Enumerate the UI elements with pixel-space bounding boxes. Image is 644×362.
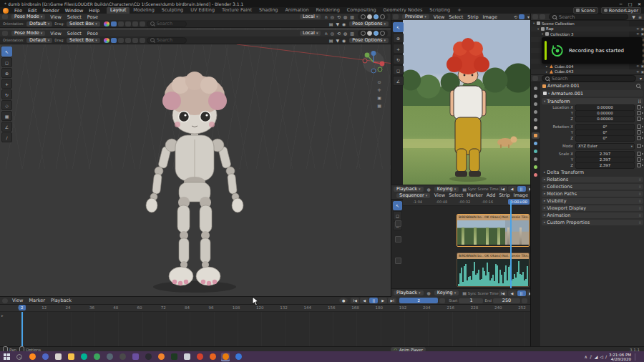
solid-shading-icon[interactable] [367, 31, 372, 36]
scale-tool[interactable]: ◻ [393, 65, 404, 75]
shading-mode-group[interactable] [358, 30, 388, 36]
mode-icon[interactable] [140, 21, 145, 26]
wireframe-shading-icon[interactable] [361, 31, 366, 36]
collapsed-panel[interactable]: ▸Collections⁞⁞ [542, 184, 643, 190]
cursor-tool[interactable]: ⊕ [393, 33, 404, 43]
menu-item[interactable]: Select [447, 14, 465, 20]
row-toggles[interactable]: 👁▣ [636, 32, 644, 36]
animate-dot-icon[interactable] [642, 137, 644, 140]
workspace-tab[interactable]: Shading [255, 7, 281, 14]
workspace-tab[interactable]: Sculpting [158, 7, 187, 14]
menu-item[interactable]: Image [481, 14, 499, 20]
taskbar-clock[interactable]: 3:21:06 PM 4/28/2020 [609, 353, 631, 361]
tab-output[interactable] [532, 101, 540, 107]
solid-shading-icon[interactable] [367, 14, 372, 19]
menu-item[interactable]: Help [86, 8, 102, 14]
overlay-icon[interactable] [519, 14, 525, 19]
orientation-dropdown[interactable]: Local▾ [300, 14, 321, 19]
animate-dot-icon[interactable] [642, 153, 644, 155]
scale-tool[interactable]: ◇ [1, 100, 12, 110]
pause-button[interactable]: || [517, 290, 526, 296]
sample-tool[interactable]: ∠ [393, 76, 404, 86]
frame-start-field[interactable]: 1 [459, 298, 483, 303]
tab-physics[interactable] [532, 148, 540, 155]
filter-funnel-icon[interactable]: ▼ [334, 38, 341, 43]
xray-toggle-icon[interactable]: ▥ [348, 31, 356, 36]
pose-options-dropdown[interactable]: Pose Options▾ [349, 21, 389, 26]
keying-dropdown[interactable]: Keying▾ [434, 290, 459, 295]
rotate-tool[interactable]: ↻ [1, 89, 12, 99]
outliner-row-rap[interactable]: ▾ Rap 👁▣ [531, 26, 644, 32]
row-toggles[interactable]: 👁▣ [636, 70, 644, 74]
explorer-icon[interactable] [67, 353, 75, 361]
animate-dot-icon[interactable] [642, 112, 644, 114]
layers-icon[interactable]: ▤ [328, 38, 335, 43]
workspace-tab[interactable]: Geometry Nodes [380, 7, 426, 14]
show-desktop-button[interactable] [635, 353, 641, 361]
outliner-row-collection-3[interactable]: ▾ Collection 3 👁▣ [531, 31, 644, 37]
preview-editor[interactable]: Preview▾ ViewSelectStripImage ⟲ ▾ [391, 14, 531, 185]
volume-icon[interactable]: ◁ [600, 354, 603, 359]
autokey-icon[interactable]: ● [426, 187, 432, 192]
value-field[interactable]: 0.00000 [575, 116, 635, 122]
pan-icon[interactable]: ✛ [376, 86, 383, 93]
sync-label[interactable]: Sync Scene Time [468, 291, 499, 295]
timeline-options-icon[interactable] [522, 298, 527, 303]
record-button[interactable]: ● [339, 298, 348, 303]
mode-icon[interactable] [132, 38, 138, 43]
sync-icon[interactable]: ▤ [461, 187, 468, 192]
tab-world[interactable] [532, 124, 540, 131]
lock-icon[interactable] [637, 124, 641, 129]
playback-dropdown[interactable]: Playback▾ [394, 187, 424, 192]
menu-item[interactable]: Window [62, 8, 87, 14]
video-strip[interactable]: BIRDBRAIN bo.. OK Okaso) Not. Kessie Tik… [457, 214, 530, 247]
display-mode-icon[interactable] [532, 14, 538, 19]
editor-type-icon[interactable] [2, 14, 8, 19]
terminal-icon[interactable] [170, 353, 178, 361]
active-mode-icon[interactable] [111, 38, 117, 43]
workspace-tab[interactable]: Texture Paint [218, 7, 255, 14]
gizmo-icon[interactable]: ⟲ [512, 14, 519, 19]
search-input[interactable]: Search [147, 37, 187, 44]
editor-type-icon[interactable] [393, 14, 399, 19]
lock-icon[interactable] [637, 111, 641, 115]
mode-icon[interactable] [125, 21, 131, 26]
workspace-tab[interactable]: + [454, 7, 464, 14]
sequencer-editor[interactable]: Sequencer▾ ViewSelectMarkerAddStripImage… [391, 192, 531, 288]
menu-item[interactable]: Marker [26, 298, 47, 303]
material-shading-icon[interactable] [374, 31, 379, 36]
drag-dropdown[interactable]: Select Box▾ [67, 38, 100, 43]
tab-scene[interactable] [532, 117, 540, 123]
select-tool[interactable]: ↖ [393, 201, 402, 210]
zoom-icon[interactable]: ⊙ [376, 78, 383, 85]
color-wheel-icon[interactable] [104, 38, 109, 43]
mode-icon[interactable] [118, 21, 124, 26]
cursor-tool[interactable]: ⊕ [1, 68, 12, 78]
visibility-icon[interactable]: ◉ [341, 38, 347, 43]
workspace-tab[interactable]: Animation [281, 7, 312, 14]
select-box-tool[interactable]: ◻ [1, 57, 12, 67]
channel-expand-icon[interactable]: ▸ [1, 313, 4, 318]
overlays-toggle-icon[interactable]: ◍ [342, 14, 348, 19]
collapsed-panel[interactable]: ▸Visibility⁞⁞ [542, 198, 643, 205]
network-icon[interactable]: ◢ [595, 354, 598, 359]
editor-type-icon[interactable] [532, 76, 538, 81]
row-toggles[interactable]: 👁▣ [636, 64, 644, 68]
menu-item[interactable]: Add [484, 192, 497, 198]
row-toggles[interactable]: 👁▣ [636, 27, 644, 31]
pose-options-dropdown[interactable]: Pose Options▾ [349, 38, 389, 43]
tab-object-data[interactable] [532, 164, 540, 170]
current-frame-field[interactable]: 2 [399, 298, 438, 303]
properties-editor[interactable]: Search ▾ Armature.001 ▾ Armature.001 ▾ T… [530, 74, 644, 347]
collapsed-panel[interactable]: ▸Custom Properties⁞⁞ [542, 220, 643, 226]
tab-render[interactable] [532, 93, 540, 99]
maximize-button[interactable]: □ [625, 0, 635, 7]
mode-icon[interactable] [132, 21, 138, 26]
timeline-tracks[interactable]: ▸ [0, 312, 530, 347]
taskbar-search-button[interactable] [15, 353, 24, 361]
collapsed-panel[interactable]: ▸Relations⁞⁞ [542, 177, 643, 183]
filter-funnel-icon[interactable]: ▼ [334, 21, 341, 26]
close-button[interactable]: ✕ [635, 0, 644, 7]
workspace-tab[interactable]: UV Editing [187, 7, 218, 14]
gizmo-toggle-icon[interactable]: ⟲ [336, 14, 342, 19]
